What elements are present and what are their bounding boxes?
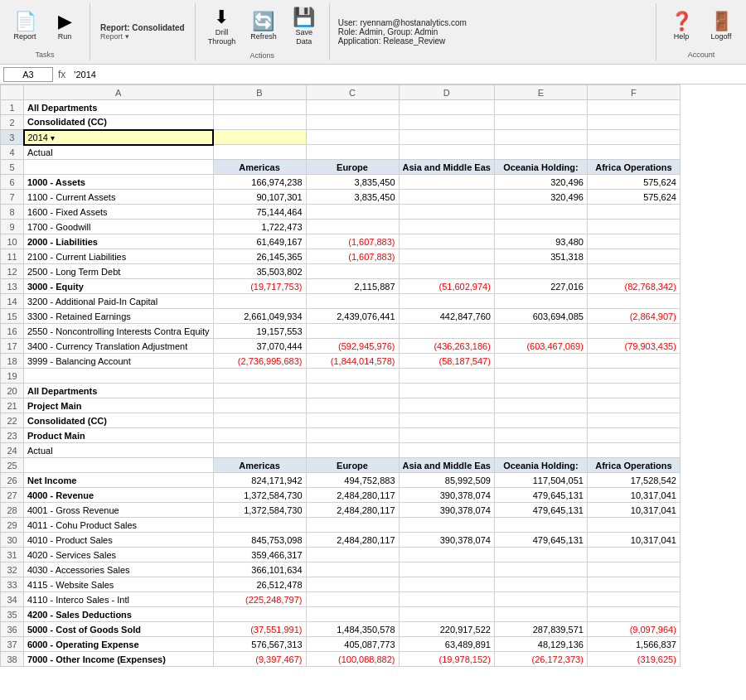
cell-A35[interactable]: 4200 - Sales Deductions <box>24 607 214 622</box>
cell-C20[interactable] <box>306 384 399 398</box>
cell-B3[interactable] <box>213 130 306 145</box>
cell-A36[interactable]: 5000 - Cost of Goods Sold <box>24 622 214 637</box>
cell-F13[interactable]: (82,768,342) <box>587 279 680 294</box>
cell-C38[interactable]: (100,088,882) <box>306 652 399 667</box>
cell-B8[interactable]: 75,144,464 <box>213 205 306 220</box>
cell-B22[interactable] <box>213 413 306 428</box>
cell-B33[interactable]: 26,512,478 <box>213 577 306 592</box>
cell-A33[interactable]: 4115 - Website Sales <box>24 577 214 592</box>
cell-E3[interactable] <box>494 130 587 145</box>
cell-D8[interactable] <box>399 205 494 220</box>
cell-E2[interactable] <box>494 115 587 130</box>
cell-E28[interactable]: 479,645,131 <box>494 503 587 518</box>
cell-C6[interactable]: 3,835,450 <box>306 175 399 190</box>
cell-C25[interactable]: Europe <box>306 458 399 473</box>
cell-B21[interactable] <box>213 398 306 413</box>
cell-A24[interactable]: Actual <box>24 443 214 458</box>
cell-A27[interactable]: 4000 - Revenue <box>24 488 214 503</box>
cell-D5[interactable]: Asia and Middle Eas <box>399 160 494 175</box>
cell-B37[interactable]: 576,567,313 <box>213 637 306 652</box>
col-header-C[interactable]: C <box>306 85 399 100</box>
cell-B35[interactable] <box>213 607 306 622</box>
cell-B9[interactable]: 1,722,473 <box>213 220 306 234</box>
cell-E8[interactable] <box>494 205 587 220</box>
cell-C10[interactable]: (1,607,883) <box>306 234 399 249</box>
cell-B2[interactable] <box>213 115 306 130</box>
cell-F4[interactable] <box>587 145 680 160</box>
cell-A38[interactable]: 7000 - Other Income (Expenses) <box>24 652 214 667</box>
cell-D6[interactable] <box>399 175 494 190</box>
cell-D34[interactable] <box>399 592 494 607</box>
cell-D15[interactable]: 442,847,760 <box>399 309 494 324</box>
cell-C4[interactable] <box>306 145 399 160</box>
cell-C37[interactable]: 405,087,773 <box>306 637 399 652</box>
cell-F21[interactable] <box>587 398 680 413</box>
cell-B34[interactable]: (225,248,797) <box>213 592 306 607</box>
cell-B38[interactable]: (9,397,467) <box>213 652 306 667</box>
cell-E26[interactable]: 117,504,051 <box>494 473 587 488</box>
spreadsheet-container[interactable]: A B C D E F 1 All Departments 2 <box>0 84 746 700</box>
cell-A30[interactable]: 4010 - Product Sales <box>24 533 214 548</box>
cell-E35[interactable] <box>494 607 587 622</box>
col-header-E[interactable]: E <box>494 85 587 100</box>
cell-D1[interactable] <box>399 100 494 115</box>
cell-C23[interactable] <box>306 428 399 443</box>
cell-A18[interactable]: 3999 - Balancing Account <box>24 354 214 369</box>
cell-C3[interactable] <box>306 130 399 145</box>
cell-C28[interactable]: 2,484,280,117 <box>306 503 399 518</box>
cell-F7[interactable]: 575,624 <box>587 190 680 205</box>
cell-B28[interactable]: 1,372,584,730 <box>213 503 306 518</box>
cell-F19[interactable] <box>587 369 680 384</box>
cell-E13[interactable]: 227,016 <box>494 279 587 294</box>
cell-F20[interactable] <box>587 384 680 398</box>
cell-C14[interactable] <box>306 294 399 309</box>
cell-A25[interactable] <box>24 458 214 473</box>
cell-D37[interactable]: 63,489,891 <box>399 637 494 652</box>
cell-C12[interactable] <box>306 264 399 279</box>
cell-A1[interactable]: All Departments <box>24 100 214 115</box>
cell-D24[interactable] <box>399 443 494 458</box>
cell-A34[interactable]: 4110 - Interco Sales - Intl <box>24 592 214 607</box>
cell-C34[interactable] <box>306 592 399 607</box>
cell-E12[interactable] <box>494 264 587 279</box>
cell-A29[interactable]: 4011 - Cohu Product Sales <box>24 518 214 533</box>
cell-A5[interactable] <box>24 160 214 175</box>
cell-B10[interactable]: 61,649,167 <box>213 234 306 249</box>
cell-C18[interactable]: (1,844,014,578) <box>306 354 399 369</box>
cell-A15[interactable]: 3300 - Retained Earnings <box>24 309 214 324</box>
cell-B11[interactable]: 26,145,365 <box>213 249 306 264</box>
cell-A9[interactable]: 1700 - Goodwill <box>24 220 214 234</box>
cell-B4[interactable] <box>213 145 306 160</box>
cell-F24[interactable] <box>587 443 680 458</box>
formula-input[interactable] <box>70 67 743 82</box>
cell-A20[interactable]: All Departments <box>24 384 214 398</box>
cell-A14[interactable]: 3200 - Additional Paid-In Capital <box>24 294 214 309</box>
cell-D26[interactable]: 85,992,509 <box>399 473 494 488</box>
cell-D17[interactable]: (436,263,186) <box>399 339 494 354</box>
cell-C15[interactable]: 2,439,076,441 <box>306 309 399 324</box>
cell-F22[interactable] <box>587 413 680 428</box>
cell-E5[interactable]: Oceania Holding: <box>494 160 587 175</box>
cell-B13[interactable]: (19,717,753) <box>213 279 306 294</box>
cell-B6[interactable]: 166,974,238 <box>213 175 306 190</box>
cell-E16[interactable] <box>494 324 587 339</box>
cell-D21[interactable] <box>399 398 494 413</box>
cell-A13[interactable]: 3000 - Equity <box>24 279 214 294</box>
cell-A21[interactable]: Project Main <box>24 398 214 413</box>
cell-C8[interactable] <box>306 205 399 220</box>
cell-F2[interactable] <box>587 115 680 130</box>
cell-F11[interactable] <box>587 249 680 264</box>
cell-E9[interactable] <box>494 220 587 234</box>
help-button[interactable]: ❓ Help <box>663 9 700 45</box>
cell-E29[interactable] <box>494 518 587 533</box>
cell-B29[interactable] <box>213 518 306 533</box>
cell-D29[interactable] <box>399 518 494 533</box>
cell-F33[interactable] <box>587 577 680 592</box>
cell-A11[interactable]: 2100 - Current Liabilities <box>24 249 214 264</box>
cell-B32[interactable]: 366,101,634 <box>213 562 306 577</box>
cell-F26[interactable]: 17,528,542 <box>587 473 680 488</box>
cell-C16[interactable] <box>306 324 399 339</box>
cell-reference-box[interactable] <box>3 67 53 82</box>
cell-A2[interactable]: Consolidated (CC) <box>24 115 214 130</box>
cell-C30[interactable]: 2,484,280,117 <box>306 533 399 548</box>
